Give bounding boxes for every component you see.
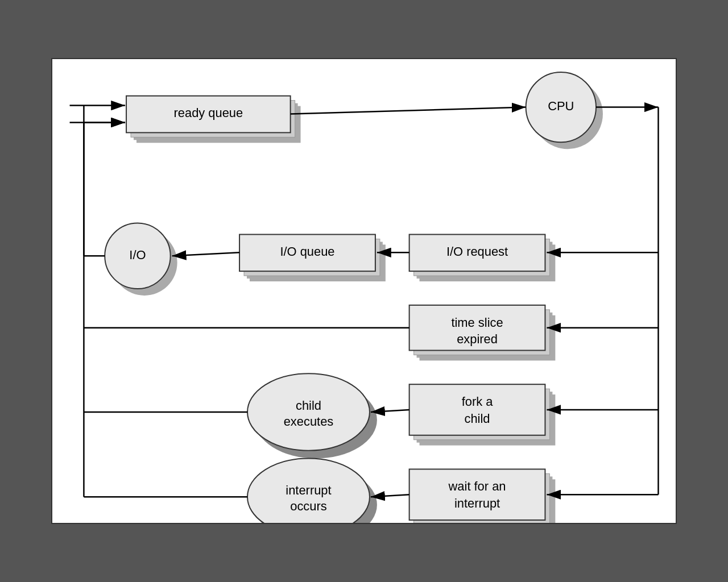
child-executes-label-1: child — [296, 398, 321, 413]
ready-queue-label: ready queue — [174, 106, 243, 120]
child-executes-label-2: executes — [284, 414, 334, 429]
wait-interrupt-label-1: wait for an — [448, 479, 506, 493]
wait-interrupt-box — [410, 469, 545, 520]
arrow-io-queue-to-io — [172, 252, 239, 256]
cpu-label: CPU — [548, 99, 574, 113]
fork-child-label-2: child — [465, 411, 490, 426]
wait-interrupt-label-2: interrupt — [454, 496, 500, 510]
diagram-container: ready queue CPU I/O I/O queue I/O reques… — [51, 58, 677, 524]
time-slice-label-1: time slice — [451, 315, 503, 330]
interrupt-occurs-label-2: occurs — [290, 499, 326, 513]
io-request-label: I/O request — [446, 244, 508, 259]
io-label: I/O — [129, 248, 146, 262]
time-slice-label-2: expired — [457, 332, 498, 346]
interrupt-occurs-label-1: interrupt — [286, 483, 331, 497]
arrow-wait-to-interrupt — [371, 494, 410, 497]
arrow-fork-to-child — [371, 410, 410, 412]
fork-child-label-1: fork a — [462, 394, 494, 409]
fork-child-box — [410, 384, 545, 435]
io-queue-label: I/O queue — [280, 244, 334, 259]
arrow-ready-to-cpu — [291, 107, 526, 114]
